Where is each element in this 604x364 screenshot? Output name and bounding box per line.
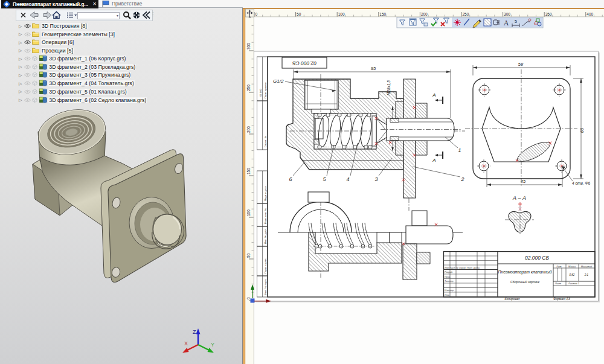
svg-text:4 отв. Ф6: 4 отв. Ф6 — [572, 181, 591, 185]
svg-text:А: А — [432, 158, 435, 163]
svg-text:5: 5 — [515, 19, 517, 24]
svg-text:A: A — [504, 19, 509, 27]
svg-text:50: 50 — [297, 12, 301, 16]
svg-text:Копировал: Копировал — [505, 297, 520, 301]
svg-text:02.000 СБ: 02.000 СБ — [525, 255, 549, 261]
svg-text:А: А — [432, 92, 435, 98]
svg-text:Подп. и дата: Подп. и дата — [264, 258, 267, 273]
svg-text:2: 2 — [460, 176, 464, 182]
svg-text:Лист: Лист — [554, 282, 562, 285]
svg-text:Y: Y — [211, 342, 214, 348]
svg-text:Изм Лист № докум. Подп. Дат: Изм Лист № докум. Подп. Дата — [445, 267, 480, 269]
svg-text:Масса: Масса — [568, 265, 576, 268]
svg-text:250: 250 — [246, 85, 251, 91]
svg-text:Инв. № дубл.: Инв. № дубл. — [264, 228, 267, 244]
svg-text:Утв.: Утв. — [445, 294, 450, 296]
svg-text:250: 250 — [463, 12, 469, 16]
svg-text:Перв. примен.: Перв. примен. — [264, 81, 267, 98]
svg-text:58: 58 — [518, 62, 524, 67]
svg-text:Т.контр.: Т.контр. — [445, 280, 454, 283]
svg-text:200: 200 — [421, 12, 428, 16]
svg-text:Масштаб: Масштаб — [581, 265, 593, 268]
svg-text:350: 350 — [545, 12, 552, 16]
svg-text:2:1: 2:1 — [584, 273, 589, 276]
svg-text:100: 100 — [338, 12, 345, 16]
svg-text:Взам. инв. №: Взам. инв. № — [264, 208, 267, 224]
svg-text:Z: Z — [193, 329, 196, 335]
svg-text:6: 6 — [289, 176, 292, 182]
svg-text:0,82: 0,82 — [570, 273, 575, 276]
svg-text:02.000 СБ: 02.000 СБ — [292, 60, 316, 66]
svg-text:G1/2: G1/2 — [273, 78, 284, 84]
svg-text:95: 95 — [371, 66, 376, 71]
svg-text:150: 150 — [246, 168, 251, 174]
svg-text:Лит.: Лит. — [556, 265, 562, 268]
svg-text:3: 3 — [374, 176, 378, 182]
svg-text:100: 100 — [246, 209, 251, 216]
svg-text:60: 60 — [579, 127, 585, 133]
svg-text:300: 300 — [504, 12, 510, 16]
svg-text:М28х1,5: М28х1,5 — [387, 80, 391, 95]
svg-text:Пневмоаппарат клапанный: Пневмоаппарат клапанный — [498, 270, 552, 275]
svg-text:200: 200 — [246, 126, 251, 133]
svg-text:Инв. № подл.: Инв. № подл. — [264, 279, 267, 295]
svg-text:0: 0 — [246, 297, 251, 299]
svg-text:X: X — [184, 340, 188, 346]
svg-text:50: 50 — [246, 253, 251, 258]
svg-text:150: 150 — [379, 12, 386, 16]
svg-text:Разраб.: Разраб. — [445, 271, 453, 273]
svg-text:Подп. и дата: Подп. и дата — [264, 186, 267, 201]
svg-text:Справ. №: Справ. № — [264, 135, 267, 147]
svg-text:0: 0 — [255, 12, 258, 16]
svg-text:Пров.: Пров. — [445, 276, 451, 278]
svg-text:Формат А3: Формат А3 — [553, 297, 570, 301]
svg-text:4: 4 — [346, 176, 349, 182]
svg-text:45: 45 — [521, 179, 526, 184]
svg-text:Сборочный чертеж: Сборочный чертеж — [510, 280, 539, 284]
svg-text:А – А: А – А — [512, 195, 526, 201]
svg-text:Листов 1: Листов 1 — [568, 282, 579, 285]
svg-text:300: 300 — [246, 43, 251, 49]
svg-text:02.000: 02.000 — [259, 89, 262, 97]
svg-text:1: 1 — [458, 147, 461, 153]
svg-text:400: 400 — [586, 12, 593, 16]
svg-text:Н.контр.: Н.контр. — [445, 289, 454, 292]
